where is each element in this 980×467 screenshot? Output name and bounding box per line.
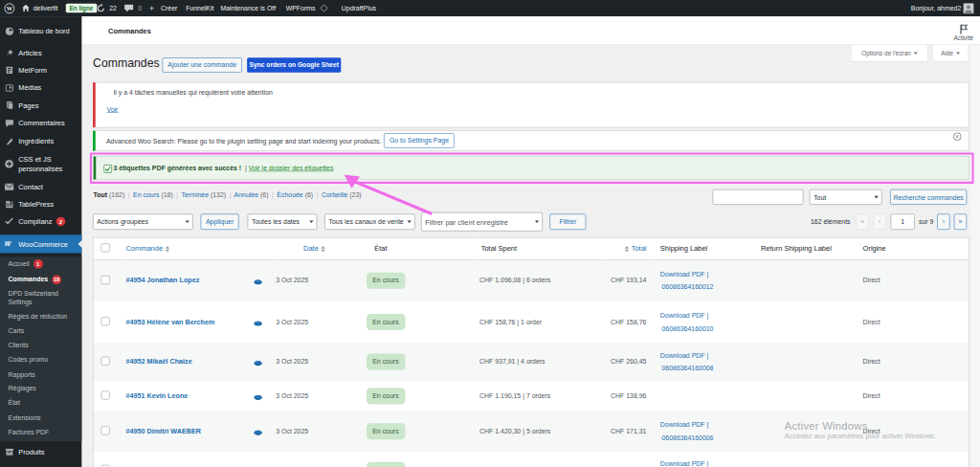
svg-text:W: W — [5, 240, 11, 247]
svg-text:W: W — [7, 6, 13, 11]
